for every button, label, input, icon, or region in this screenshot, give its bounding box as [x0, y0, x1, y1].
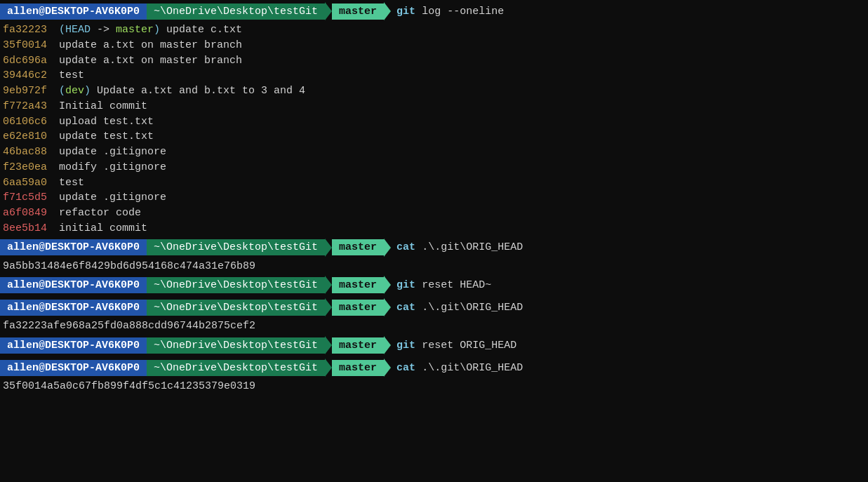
hash-13: a6f0849: [3, 207, 47, 219]
prompt-path-5: ~\OneDrive\Desktop\testGit: [147, 337, 325, 354]
hash-output-1: 9a5bb31484e6f8429bd6d954168c474a31e76b89: [0, 259, 868, 274]
hash-7: 06106c6: [3, 116, 47, 128]
hash-9: 46bac88: [3, 146, 47, 158]
prompt-4: allen@DESKTOP-AV6K0P0 ~\OneDrive\Desktop…: [0, 296, 868, 319]
prompt-cmd-6: cat .\.git\ORIG_HEAD: [391, 360, 528, 376]
prompt-cmd-4: cat .\.git\ORIG_HEAD: [391, 300, 528, 316]
prompt-branch-4: master: [332, 300, 384, 316]
log-line-11: 6aa59a0 test: [0, 175, 868, 191]
prompt-2: allen@DESKTOP-AV6K0P0 ~\OneDrive\Desktop…: [0, 236, 868, 259]
log-line-5: 9eb972f (dev) Update a.txt and b.txt to …: [0, 83, 868, 99]
prompt-branch-6: master: [332, 360, 384, 376]
hash-output-3: 35f0014a5a0c67fb899f4df5c1c41235379e0319: [0, 379, 868, 394]
prompt-branch-wrap-2: master: [325, 239, 391, 257]
cmd-git-keyword-1: git: [396, 6, 415, 18]
prompt-cmd-2: cat .\.git\ORIG_HEAD: [391, 239, 528, 255]
ref-dev-1: dev: [65, 85, 84, 97]
hash-4: 39446c2: [3, 69, 47, 81]
log-line-14: 8ee5b14 initial commit: [0, 221, 868, 236]
ref-master-1: master: [116, 24, 154, 36]
log-line-3: 6dc696a update a.txt on master branch: [0, 53, 868, 69]
prompt-cmd-1: git log --oneline: [391, 4, 509, 20]
prompt-branch-5: master: [332, 337, 384, 354]
prompt-cmd-3: git reset HEAD~: [391, 277, 497, 293]
prompt-1: allen@DESKTOP-AV6K0P0 ~\OneDrive\Desktop…: [0, 0, 868, 22]
hash-6: f772a43: [3, 100, 47, 112]
log-line-10: f23e0ea modify .gitignore: [0, 160, 868, 175]
cmd-cat-keyword-2: cat: [396, 241, 415, 253]
cmd-git-keyword-5: git: [396, 340, 415, 352]
hash-5: 9eb972f: [3, 85, 47, 97]
prompt-branch-wrap-6: master: [325, 359, 391, 377]
prompt-user-2: allen@DESKTOP-AV6K0P0: [0, 239, 147, 255]
prompt-user-1: allen@DESKTOP-AV6K0P0: [0, 4, 147, 20]
hash-output-2: fa32223afe968a25fd0a888cdd96744b2875cef2: [0, 319, 868, 334]
cmd-rest-5: reset ORIG_HEAD: [422, 340, 516, 352]
log-line-9: 46bac88 update .gitignore: [0, 145, 868, 160]
ref-head-1: (HEAD: [53, 24, 91, 36]
prompt-5: allen@DESKTOP-AV6K0P0 ~\OneDrive\Desktop…: [0, 334, 868, 356]
cmd-cat-keyword-6: cat: [396, 362, 415, 374]
prompt-path-2: ~\OneDrive\Desktop\testGit: [147, 239, 325, 255]
cmd-cat-keyword-4: cat: [396, 302, 415, 314]
prompt-path-1: ~\OneDrive\Desktop\testGit: [147, 4, 325, 20]
cmd-rest-1: log --oneline: [422, 6, 504, 18]
prompt-path-3: ~\OneDrive\Desktop\testGit: [147, 277, 325, 293]
prompt-branch-wrap-4: master: [325, 298, 391, 316]
log-output: fa32223 (HEAD -> master) update c.txt 35…: [0, 22, 868, 236]
cmd-rest-4: .\: [422, 302, 434, 314]
hash-11: 6aa59a0: [3, 177, 47, 189]
hash-12: f71c5d5: [3, 192, 47, 203]
cmd-rest-2: .\: [422, 241, 434, 253]
prompt-path-6: ~\OneDrive\Desktop\testGit: [147, 360, 325, 376]
prompt-user-4: allen@DESKTOP-AV6K0P0: [0, 300, 147, 316]
hash-2: 35f0014: [3, 39, 47, 51]
prompt-branch-2: master: [332, 239, 384, 255]
log-line-1: fa32223 (HEAD -> master) update c.txt: [0, 22, 868, 38]
prompt-branch-wrap-3: master: [325, 276, 391, 294]
log-line-13: a6f0849 refactor code: [0, 206, 868, 221]
hash-10: f23e0ea: [3, 161, 47, 173]
log-line-4: 39446c2 test: [0, 68, 868, 83]
prompt-branch-wrap-5: master: [325, 336, 391, 354]
prompt-3: allen@DESKTOP-AV6K0P0 ~\OneDrive\Desktop…: [0, 274, 868, 296]
prompt-6: allen@DESKTOP-AV6K0P0 ~\OneDrive\Desktop…: [0, 356, 868, 379]
prompt-path-4: ~\OneDrive\Desktop\testGit: [147, 300, 325, 316]
hash-14: 8ee5b14: [3, 222, 47, 234]
prompt-user-3: allen@DESKTOP-AV6K0P0: [0, 277, 147, 293]
cmd-rest-6: .\: [422, 362, 434, 374]
hash-8: e62e810: [3, 130, 47, 142]
prompt-user-5: allen@DESKTOP-AV6K0P0: [0, 337, 147, 354]
log-line-2: 35f0014 update a.txt on master branch: [0, 38, 868, 53]
prompt-branch-wrap-1: master: [325, 2, 391, 20]
cmd-git-keyword-3: git: [396, 279, 415, 291]
prompt-branch-1: master: [332, 4, 384, 20]
prompt-cmd-5: git reset ORIG_HEAD: [391, 337, 522, 354]
hash-3: 6dc696a: [3, 55, 47, 67]
prompt-branch-3: master: [332, 277, 384, 293]
cmd-rest-3: reset HEAD~: [422, 279, 491, 291]
log-line-6: f772a43 Initial commit: [0, 99, 868, 114]
log-line-8: e62e810 update test.txt: [0, 129, 868, 145]
hash-1: fa32223: [3, 24, 47, 36]
prompt-user-6: allen@DESKTOP-AV6K0P0: [0, 360, 147, 376]
terminal: allen@DESKTOP-AV6K0P0 ~\OneDrive\Desktop…: [0, 0, 868, 482]
log-line-7: 06106c6 upload test.txt: [0, 114, 868, 130]
log-line-12: f71c5d5 update .gitignore: [0, 190, 868, 206]
